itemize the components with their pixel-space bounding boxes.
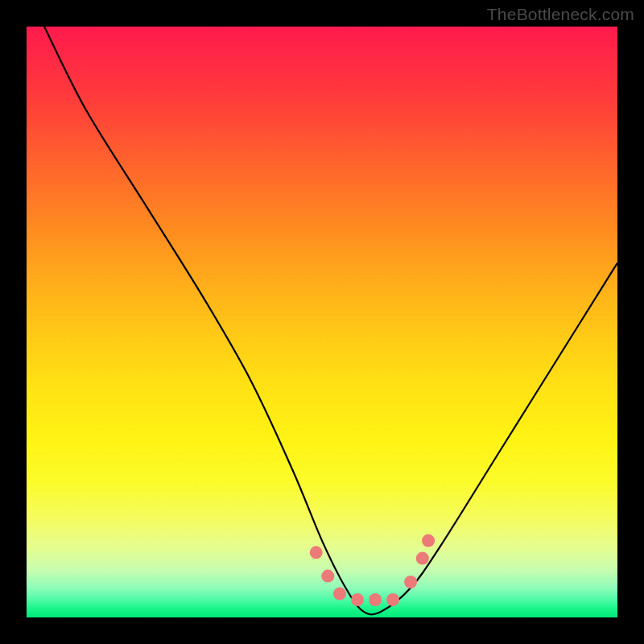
curve-layer <box>44 27 617 614</box>
data-marker <box>369 593 382 606</box>
marker-layer <box>310 535 435 606</box>
chart-svg <box>27 27 617 617</box>
data-marker <box>321 570 334 583</box>
data-marker <box>404 576 417 588</box>
data-marker <box>310 546 323 559</box>
data-marker <box>416 552 429 565</box>
chart-frame: TheBottleneck.com <box>0 0 644 644</box>
data-marker <box>386 593 399 606</box>
data-marker <box>351 593 364 606</box>
data-marker <box>422 535 435 547</box>
data-marker <box>333 588 346 601</box>
attribution-text: TheBottleneck.com <box>487 5 634 24</box>
bottleneck-curve <box>44 27 617 614</box>
plot-area <box>27 27 617 617</box>
